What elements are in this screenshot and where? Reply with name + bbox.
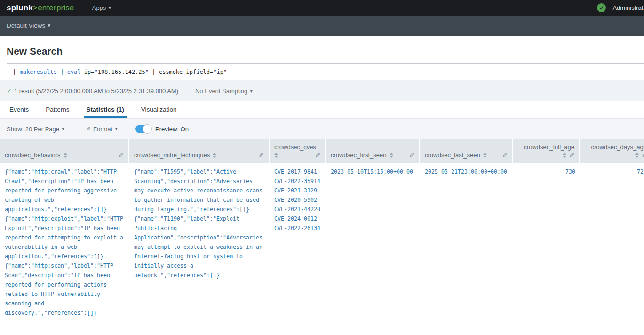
event-sampling-menu[interactable]: No Event Sampling▼	[195, 88, 254, 95]
page-title: New Search	[7, 46, 637, 57]
format-dropdown[interactable]: ✎ Format▼	[86, 126, 119, 133]
results-controls: Show: 20 Per Page▼ ✎ Format▼ Preview: On	[0, 119, 644, 139]
per-page-label: Show: 20 Per Page	[7, 126, 59, 133]
tab-visualization[interactable]: Visualization	[138, 102, 180, 118]
apps-menu-label: Apps	[92, 4, 106, 11]
column-header-label: crowdsec_first_seen	[331, 152, 387, 159]
preview-toggle-label: Preview: On	[155, 126, 189, 133]
preview-toggle[interactable]	[135, 125, 151, 133]
query-text-token: |	[57, 69, 67, 75]
sort-icon[interactable]	[635, 153, 639, 158]
format-label: Format	[93, 126, 112, 133]
search-input[interactable]: | makeresults | eval ip="108.165.142.25"…	[7, 63, 644, 80]
column-header-label: crowdsec_mitre_techniques	[134, 152, 210, 159]
pencil-icon: ✎	[86, 126, 91, 132]
splunk-logo: splunk>enterprise	[7, 3, 74, 13]
toggle-knob	[143, 124, 152, 134]
tab-events[interactable]: Events	[7, 102, 32, 118]
sort-icon[interactable]	[64, 153, 67, 158]
table-header-row: crowdsec_behaviors✎crowdsec_mitre_techni…	[0, 139, 644, 163]
edit-column-icon[interactable]: ✎	[315, 152, 320, 159]
column-header-label: crowdsec_full_age	[524, 144, 574, 151]
health-status-icon[interactable]: ✓	[597, 3, 606, 12]
app-bar: Default Views▼	[0, 16, 644, 36]
column-header-crowdsec_first_seen[interactable]: crowdsec_first_seen✎	[326, 139, 420, 163]
sort-icon[interactable]	[483, 153, 487, 158]
logo-splunk-text: splunk	[7, 3, 33, 12]
cell-crowdsec_first_seen[interactable]: 2023-05-10T15:15:00+00:00	[326, 163, 420, 322]
default-views-label: Default Views	[7, 22, 45, 29]
check-icon: ✓	[7, 88, 12, 95]
sort-icon[interactable]	[390, 153, 393, 158]
edit-column-icon[interactable]: ✎	[642, 152, 644, 159]
cell-crowdsec_mitre_techniques[interactable]: {"name":"T1595","label":"Active Scanning…	[129, 163, 270, 322]
user-menu[interactable]: Administrator	[612, 4, 644, 11]
cell-crowdsec_behaviors[interactable]: {"name":"http:crawl","label":"HTTP Crawl…	[0, 163, 129, 322]
column-header-label: crowdsec_cves	[274, 144, 316, 151]
apps-menu[interactable]: Apps▼	[92, 4, 112, 11]
cell-crowdsec_last_seen[interactable]: 2025-05-21T23:00:00+00:00	[420, 163, 513, 322]
column-header-crowdsec_days_age[interactable]: crowdsec_days_age✎	[580, 139, 644, 163]
table-row: {"name":"http:crawl","label":"HTTP Crawl…	[0, 163, 644, 322]
sort-icon[interactable]	[563, 153, 566, 158]
edit-column-icon[interactable]: ✎	[259, 152, 264, 159]
statistics-table: crowdsec_behaviors✎crowdsec_mitre_techni…	[0, 139, 644, 322]
column-header-crowdsec_mitre_techniques[interactable]: crowdsec_mitre_techniques✎	[129, 139, 270, 163]
chevron-down-icon: ▼	[249, 88, 254, 94]
edit-column-icon[interactable]: ✎	[502, 152, 508, 159]
query-command-token: eval	[67, 69, 81, 75]
column-header-crowdsec_behaviors[interactable]: crowdsec_behaviors✎	[0, 139, 129, 163]
topbar-right-group: ✓ Administrator	[597, 0, 644, 16]
query-command-token: makeresults	[19, 69, 56, 75]
title-section: New Search	[0, 36, 644, 63]
chevron-down-icon: ▼	[61, 126, 65, 131]
column-header-label: crowdsec_last_seen	[425, 152, 480, 159]
tab-patterns[interactable]: Patterns	[43, 102, 72, 118]
query-text-token: ip="108.165.142.25" | cssmoke ipfield="i…	[81, 69, 227, 75]
column-header-crowdsec_last_seen[interactable]: crowdsec_last_seen✎	[420, 139, 513, 163]
column-header-crowdsec_cves[interactable]: crowdsec_cves✎	[270, 139, 326, 163]
query-text-token: |	[13, 69, 19, 75]
per-page-dropdown[interactable]: Show: 20 Per Page▼	[7, 126, 65, 133]
chevron-down-icon: ▼	[107, 5, 112, 10]
column-header-label: crowdsec_behaviors	[5, 152, 61, 159]
chevron-down-icon: ▼	[114, 126, 119, 131]
event-sampling-label: No Event Sampling	[195, 88, 247, 95]
sort-icon[interactable]	[213, 153, 216, 158]
cell-crowdsec_cves[interactable]: CVE-2017-9841 CVE-2022-35914 CVE-2021-31…	[270, 163, 326, 322]
edit-column-icon[interactable]: ✎	[409, 152, 414, 159]
edit-column-icon[interactable]: ✎	[119, 152, 124, 159]
cell-crowdsec_full_age[interactable]: 730	[513, 163, 580, 322]
tab-statistics[interactable]: Statistics (1)	[84, 102, 127, 118]
logo-enterprise-text: >enterprise	[33, 3, 74, 12]
top-bar: splunk>enterprise Apps▼ ✓ Administrator	[0, 0, 644, 16]
results-strip: ✓ 1 result (5/22/25 2:00:00.000 AM to 5/…	[0, 80, 644, 101]
cell-crowdsec_days_age[interactable]: 729	[580, 163, 644, 322]
column-header-label: crowdsec_days_age	[591, 144, 644, 151]
result-summary: 1 result (5/22/25 2:00:00.000 AM to 5/23…	[14, 88, 178, 95]
result-tabs: Events Patterns Statistics (1) Visualiza…	[0, 101, 644, 119]
default-views-menu[interactable]: Default Views▼	[7, 22, 51, 29]
column-header-crowdsec_full_age[interactable]: crowdsec_full_age✎	[513, 139, 580, 163]
edit-column-icon[interactable]: ✎	[569, 152, 574, 159]
chevron-down-icon: ▼	[47, 23, 51, 28]
sort-icon[interactable]	[274, 153, 278, 158]
